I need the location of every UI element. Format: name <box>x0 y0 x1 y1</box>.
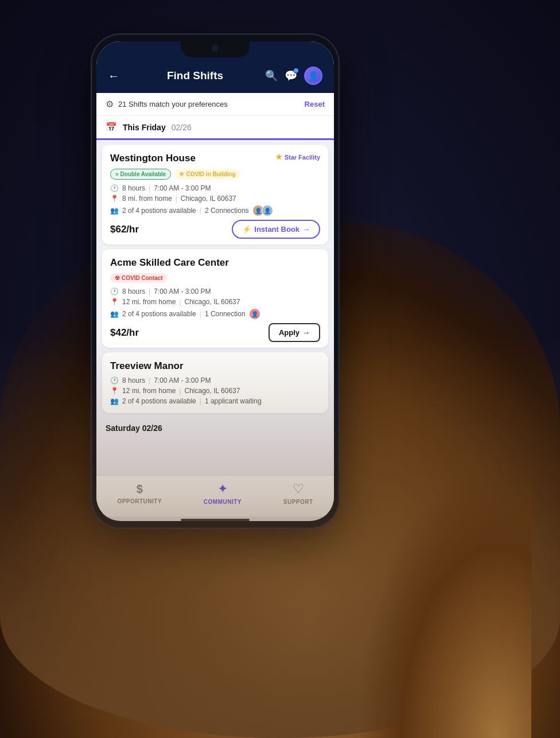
phone-device: ← Find Shifts 🔍 💬 👤 ⚙ 21 Shifts match yo… <box>92 34 339 528</box>
badges-row-1: » Double Available ☀ COVID in Building <box>110 169 320 180</box>
chat-icon[interactable]: 💬 <box>285 69 297 82</box>
badges-row-2: ☢ COVID Contact <box>110 273 320 283</box>
time-row-1: 🕐 8 hours | 7:00 AM - 3:00 PM <box>110 184 320 192</box>
nav-label-support: SUPPORT <box>283 499 313 505</box>
covid-building-badge: ☀ COVID in Building <box>174 169 240 180</box>
dollar-icon: $ <box>137 483 143 496</box>
date-bar[interactable]: 📅 This Friday 02/26 <box>96 116 334 140</box>
community-icon: ✦ <box>217 481 228 496</box>
back-button[interactable]: ← <box>108 69 125 83</box>
location-icon-2: 📍 <box>110 298 119 306</box>
location-row-2: 📍 12 mi. from home | Chicago, IL 60637 <box>110 298 320 306</box>
card-footer-2: $42/hr Apply → <box>110 323 320 342</box>
filters-bar: ⚙ 21 Shifts match your preferences Reset <box>96 93 334 116</box>
saturday-header: Saturday 02/26 <box>96 418 334 435</box>
clock-icon-3: 🕐 <box>110 376 119 384</box>
phone-notch <box>181 41 250 57</box>
card-footer-1: $62/hr ⚡ Instant Book → <box>110 220 320 239</box>
location-icon-3: 📍 <box>110 387 119 395</box>
price-2: $42/hr <box>110 327 139 339</box>
positions-row-1: 👥 2 of 4 postions available | 2 Connecti… <box>110 205 320 216</box>
price-1: $62/hr <box>110 224 139 235</box>
facility-name-3: Treeview Manor <box>110 360 320 372</box>
nav-label-community: COMMUNITY <box>204 499 242 505</box>
nav-item-opportunity[interactable]: $ OPPORTUNITY <box>117 483 162 504</box>
star-facility-badge-1: ★ Star Facility <box>275 153 320 161</box>
filters-left: ⚙ 21 Shifts match your preferences <box>106 99 228 110</box>
location-row-1: 📍 8 mi. from home | Chicago, IL 60637 <box>110 195 320 203</box>
heart-icon: ♡ <box>293 481 304 496</box>
search-icon[interactable]: 🔍 <box>265 69 278 82</box>
time-row-3: 🕐 8 hours | 7:00 AM - 3:00 PM <box>110 376 320 384</box>
shifts-list[interactable]: Westington House ★ Star Facility » Doubl… <box>96 140 334 475</box>
double-available-badge: » Double Available <box>110 169 171 180</box>
arrow-icon-2: → <box>302 328 310 337</box>
connection-avatar-3: 👤 <box>249 308 260 320</box>
time-row-2: 🕐 8 hours | 7:00 AM - 3:00 PM <box>110 288 320 296</box>
location-icon: 📍 <box>110 195 119 203</box>
date-label: This Friday <box>123 123 166 132</box>
facility-name-2: Acme Skilled Care Center <box>110 257 320 269</box>
arrow-icon: → <box>302 225 310 234</box>
positions-icon-3: 👥 <box>110 397 119 405</box>
location-row-3: 📍 12 mi. from home | Chicago, IL 60637 <box>110 387 320 395</box>
facility-name-1: Westington House <box>110 153 275 164</box>
bolt-icon: ⚡ <box>242 225 251 234</box>
positions-row-3: 👥 2 of 4 postions available | 1 applican… <box>110 397 320 405</box>
positions-icon: 👥 <box>110 207 119 215</box>
home-indicator <box>181 519 250 521</box>
positions-icon-2: 👥 <box>110 310 119 318</box>
bottom-nav: $ OPPORTUNITY ✦ COMMUNITY ♡ SUPPORT <box>96 475 334 516</box>
covid-contact-badge: ☢ COVID Contact <box>110 273 168 283</box>
calendar-icon: 📅 <box>106 122 117 133</box>
nav-label-opportunity: OPPORTUNITY <box>117 498 162 504</box>
nav-item-support[interactable]: ♡ SUPPORT <box>283 481 313 505</box>
shift-card-1[interactable]: Westington House ★ Star Facility » Doubl… <box>102 145 328 244</box>
reset-button[interactable]: Reset <box>305 100 325 108</box>
avatar-group-2: 👤 <box>249 308 258 320</box>
shift-card-2[interactable]: Acme Skilled Care Center ☢ COVID Contact… <box>102 249 328 348</box>
avatar[interactable]: 👤 <box>304 67 322 85</box>
avatar-group-1: 👤 👤 <box>252 205 271 216</box>
instant-book-button-1[interactable]: ⚡ Instant Book → <box>232 220 320 239</box>
phone-screen: ← Find Shifts 🔍 💬 👤 ⚙ 21 Shifts match yo… <box>96 41 334 521</box>
clock-icon-2: 🕐 <box>110 288 119 296</box>
match-text: 21 Shifts match your preferences <box>118 100 228 108</box>
filters-icon[interactable]: ⚙ <box>106 99 114 110</box>
date-value: 02/26 <box>172 123 192 132</box>
positions-row-2: 👥 2 of 4 postions available | 1 Connecti… <box>110 308 320 320</box>
shift-card-3[interactable]: Treeview Manor 🕐 8 hours | 7:00 AM - 3:0… <box>102 352 328 413</box>
page-title: Find Shifts <box>125 69 265 82</box>
header-icons: 🔍 💬 👤 <box>265 67 322 85</box>
app-container: ← Find Shifts 🔍 💬 👤 ⚙ 21 Shifts match yo… <box>0 0 560 738</box>
connection-avatar-2: 👤 <box>262 205 273 216</box>
star-icon: ★ <box>275 153 282 161</box>
apply-button-2[interactable]: Apply → <box>269 323 320 342</box>
clock-icon: 🕐 <box>110 184 119 192</box>
nav-item-community[interactable]: ✦ COMMUNITY <box>204 481 242 505</box>
